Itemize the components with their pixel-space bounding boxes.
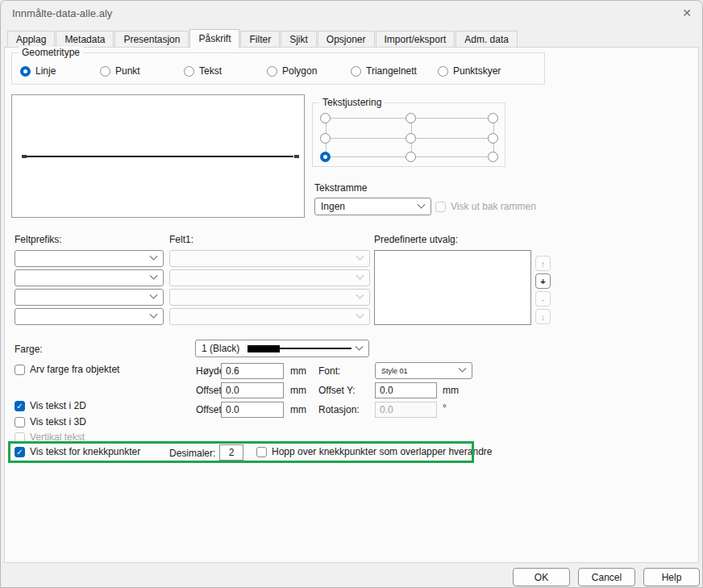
checkbox-icon <box>435 202 446 212</box>
text-preview-canvas <box>11 94 305 218</box>
chevron-down-icon <box>356 342 364 350</box>
tab-sjikt[interactable]: Sjikt <box>281 31 317 47</box>
font-select[interactable]: Style 01 <box>375 362 472 379</box>
radio-punkt[interactable]: Punkt <box>100 65 140 77</box>
font-label: Font: <box>318 365 340 377</box>
radio-punktskyer[interactable]: Punktskyer <box>438 65 501 77</box>
show-text-2d-checkbox[interactable]: Vis tekst i 2D <box>15 400 86 411</box>
erase-behind-frame-label: Visk ut bak rammen <box>451 201 536 212</box>
color-select[interactable]: 1 (Black) <box>195 340 369 357</box>
align-top-left-radio[interactable] <box>320 113 331 123</box>
rotation-label: Rotasjon: <box>318 404 360 415</box>
tab-applag[interactable]: Applag <box>7 31 55 47</box>
radio-icon <box>267 66 277 77</box>
align-middle-center-radio[interactable] <box>406 133 416 144</box>
chevron-down-icon <box>150 252 158 261</box>
align-top-center-radio[interactable] <box>406 113 416 123</box>
color-line-sample <box>280 348 352 349</box>
inherit-color-label: Arv farge fra objektet <box>30 364 119 375</box>
align-bottom-right-radio[interactable] <box>488 152 498 162</box>
height-input[interactable] <box>221 363 284 379</box>
show-vertex-text-label: Vis tekst for knekkpunkter <box>30 446 140 457</box>
show-text-2d-label: Vis tekst i 2D <box>30 400 86 411</box>
field1-label: Felt1: <box>169 234 193 245</box>
radio-icon <box>20 66 31 77</box>
radio-icon <box>351 66 361 77</box>
field1-select-4[interactable] <box>169 308 370 325</box>
predefined-selection-label: Predefinerte utvalg: <box>374 234 458 245</box>
offset-y-input[interactable] <box>375 382 437 398</box>
offset-z-input[interactable] <box>221 402 284 418</box>
radio-icon <box>438 66 448 77</box>
color-swatch <box>248 345 280 352</box>
decimals-label: Desimaler: <box>169 448 215 459</box>
radio-linje[interactable]: Linje <box>20 65 56 77</box>
skip-overlapping-vertices-label: Hopp over knekkpunkter som overlapper hv… <box>272 446 492 457</box>
align-bottom-left-radio[interactable] <box>320 152 331 162</box>
tab-filter[interactable]: Filter <box>240 31 280 47</box>
offset-y-unit: mm <box>443 385 459 396</box>
tab-opsjoner[interactable]: Opsjoner <box>318 31 375 47</box>
field-prefix-select-4[interactable] <box>15 308 164 325</box>
checkbox-icon <box>15 365 25 375</box>
offset-z-unit: mm <box>290 404 306 415</box>
chevron-down-icon <box>356 252 364 261</box>
radio-linje-label: Linje <box>35 65 56 77</box>
chevron-down-icon <box>356 311 364 319</box>
cancel-button[interactable]: Cancel <box>578 568 635 586</box>
radio-icon <box>100 66 110 77</box>
tab-presentasjon[interactable]: Presentasjon <box>114 31 189 47</box>
align-bottom-center-radio[interactable] <box>406 152 416 162</box>
show-text-3d-checkbox[interactable]: Vis tekst i 3D <box>15 416 86 427</box>
field1-select-1[interactable] <box>169 250 370 267</box>
align-top-right-radio[interactable] <box>488 113 498 123</box>
chevron-down-icon <box>356 272 364 280</box>
title-bar: Innmålte-data-alle.aly ✕ <box>1 1 702 25</box>
textframe-select[interactable]: Ingen <box>314 198 431 215</box>
decimals-input[interactable] <box>219 444 243 461</box>
close-icon[interactable]: ✕ <box>680 6 694 20</box>
tab-metadata[interactable]: Metadata <box>56 31 114 47</box>
field1-select-2[interactable] <box>169 269 370 286</box>
checkbox-icon <box>15 447 25 457</box>
radio-triangelnett[interactable]: Triangelnett <box>351 65 417 77</box>
tab-adm-data[interactable]: Adm. data <box>455 31 518 47</box>
checkbox-icon <box>256 447 267 457</box>
align-middle-right-radio[interactable] <box>488 133 498 144</box>
chevron-down-icon <box>150 291 158 299</box>
field1-select-3[interactable] <box>169 289 370 306</box>
chevron-down-icon <box>418 200 426 208</box>
checkbox-icon <box>15 432 25 443</box>
inherit-color-checkbox[interactable]: Arv farge fra objektet <box>15 364 119 375</box>
dialog-window: Innmålte-data-alle.aly ✕ Applag Metadata… <box>0 0 703 588</box>
field-prefix-select-3[interactable] <box>15 289 164 306</box>
preview-line-start-label <box>22 155 27 158</box>
preview-line-end-label <box>294 155 299 158</box>
tab-paaskrift[interactable]: Påskrift <box>189 29 239 48</box>
radio-icon <box>184 66 194 77</box>
field-prefix-select-1[interactable] <box>15 250 164 267</box>
rotation-unit: ° <box>443 402 447 414</box>
radio-polygon-label: Polygon <box>282 65 317 77</box>
radio-punkt-label: Punkt <box>115 65 140 77</box>
field-prefix-select-2[interactable] <box>15 269 164 286</box>
show-vertex-text-checkbox[interactable]: Vis tekst for knekkpunkter <box>15 446 140 457</box>
offset-x-input[interactable] <box>221 382 284 398</box>
move-down-button[interactable]: ↓ <box>535 309 551 324</box>
radio-polygon[interactable]: Polygon <box>267 65 317 77</box>
align-middle-left-radio[interactable] <box>320 133 331 144</box>
height-unit: mm <box>290 365 306 377</box>
radio-tekst[interactable]: Tekst <box>184 65 222 77</box>
color-label: Farge: <box>15 344 43 355</box>
add-button[interactable]: + <box>535 273 551 289</box>
move-up-button[interactable]: ↑ <box>535 256 551 271</box>
ok-button[interactable]: OK <box>513 568 570 586</box>
predefined-selection-list[interactable] <box>374 250 531 325</box>
skip-overlapping-vertices-checkbox[interactable]: Hopp over knekkpunkter som overlapper hv… <box>256 446 492 457</box>
tab-import-eksport[interactable]: Import/eksport <box>376 31 455 47</box>
remove-button[interactable]: - <box>535 291 551 307</box>
radio-punktskyer-label: Punktskyer <box>453 65 501 77</box>
erase-behind-frame-checkbox[interactable]: Visk ut bak rammen <box>435 201 536 212</box>
help-button[interactable]: Help <box>643 568 700 586</box>
vertical-text-checkbox: Vertikal tekst <box>15 432 85 443</box>
